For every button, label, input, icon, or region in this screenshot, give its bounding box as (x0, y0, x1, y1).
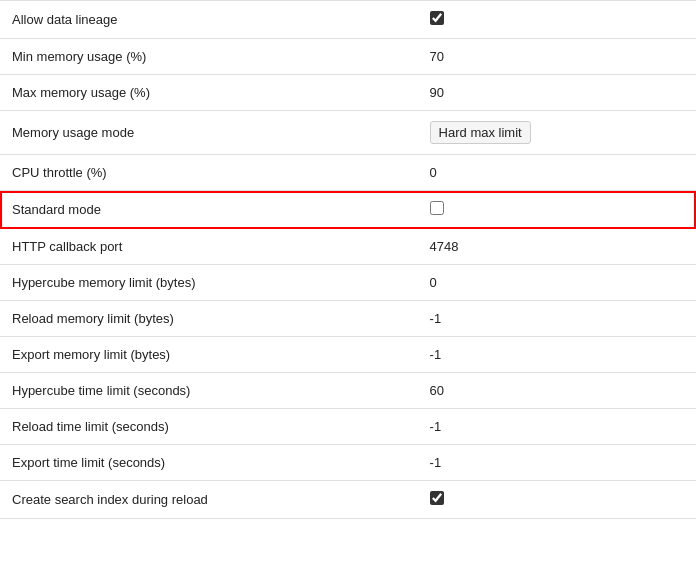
label-cpu-throttle: CPU throttle (%) (0, 155, 418, 191)
input-reload-memory-limit: -1 (430, 311, 490, 326)
checkbox-create-search-index[interactable] (430, 491, 444, 505)
value-create-search-index[interactable] (418, 481, 696, 519)
row-reload-time-limit: Reload time limit (seconds)-1 (0, 409, 696, 445)
row-create-search-index: Create search index during reload (0, 481, 696, 519)
input-export-time-limit: -1 (430, 455, 490, 470)
label-hypercube-time-limit: Hypercube time limit (seconds) (0, 373, 418, 409)
row-http-callback-port: HTTP callback port4748 (0, 229, 696, 265)
input-hypercube-memory-limit: 0 (430, 275, 490, 290)
dropdown-memory-usage-mode[interactable]: Hard max limit (430, 121, 531, 144)
value-reload-memory-limit: -1 (418, 301, 696, 337)
label-standard-mode: Standard mode (0, 191, 418, 229)
label-hypercube-memory-limit: Hypercube memory limit (bytes) (0, 265, 418, 301)
value-hypercube-time-limit: 60 (418, 373, 696, 409)
settings-table: Allow data lineageMin memory usage (%)70… (0, 0, 696, 519)
row-hypercube-memory-limit: Hypercube memory limit (bytes)0 (0, 265, 696, 301)
row-export-time-limit: Export time limit (seconds)-1 (0, 445, 696, 481)
row-standard-mode: Standard mode (0, 191, 696, 229)
value-max-memory-usage: 90 (418, 75, 696, 111)
label-reload-time-limit: Reload time limit (seconds) (0, 409, 418, 445)
value-hypercube-memory-limit: 0 (418, 265, 696, 301)
row-memory-usage-mode: Memory usage modeHard max limit (0, 111, 696, 155)
input-hypercube-time-limit: 60 (430, 383, 490, 398)
label-allow-data-lineage: Allow data lineage (0, 1, 418, 39)
row-reload-memory-limit: Reload memory limit (bytes)-1 (0, 301, 696, 337)
input-http-callback-port: 4748 (430, 239, 490, 254)
value-memory-usage-mode[interactable]: Hard max limit (418, 111, 696, 155)
value-min-memory-usage: 70 (418, 39, 696, 75)
value-http-callback-port: 4748 (418, 229, 696, 265)
value-export-memory-limit: -1 (418, 337, 696, 373)
label-http-callback-port: HTTP callback port (0, 229, 418, 265)
value-allow-data-lineage[interactable] (418, 1, 696, 39)
label-create-search-index: Create search index during reload (0, 481, 418, 519)
row-min-memory-usage: Min memory usage (%)70 (0, 39, 696, 75)
checkbox-standard-mode[interactable] (430, 201, 444, 215)
value-reload-time-limit: -1 (418, 409, 696, 445)
row-allow-data-lineage: Allow data lineage (0, 1, 696, 39)
label-export-time-limit: Export time limit (seconds) (0, 445, 418, 481)
row-max-memory-usage: Max memory usage (%)90 (0, 75, 696, 111)
label-memory-usage-mode: Memory usage mode (0, 111, 418, 155)
value-cpu-throttle: 0 (418, 155, 696, 191)
input-min-memory-usage: 70 (430, 49, 490, 64)
row-export-memory-limit: Export memory limit (bytes)-1 (0, 337, 696, 373)
label-export-memory-limit: Export memory limit (bytes) (0, 337, 418, 373)
checkbox-allow-data-lineage[interactable] (430, 11, 444, 25)
label-max-memory-usage: Max memory usage (%) (0, 75, 418, 111)
label-reload-memory-limit: Reload memory limit (bytes) (0, 301, 418, 337)
input-max-memory-usage: 90 (430, 85, 490, 100)
input-cpu-throttle: 0 (430, 165, 490, 180)
row-hypercube-time-limit: Hypercube time limit (seconds)60 (0, 373, 696, 409)
row-cpu-throttle: CPU throttle (%)0 (0, 155, 696, 191)
value-standard-mode[interactable] (418, 191, 696, 229)
input-reload-time-limit: -1 (430, 419, 490, 434)
value-export-time-limit: -1 (418, 445, 696, 481)
input-export-memory-limit: -1 (430, 347, 490, 362)
label-min-memory-usage: Min memory usage (%) (0, 39, 418, 75)
